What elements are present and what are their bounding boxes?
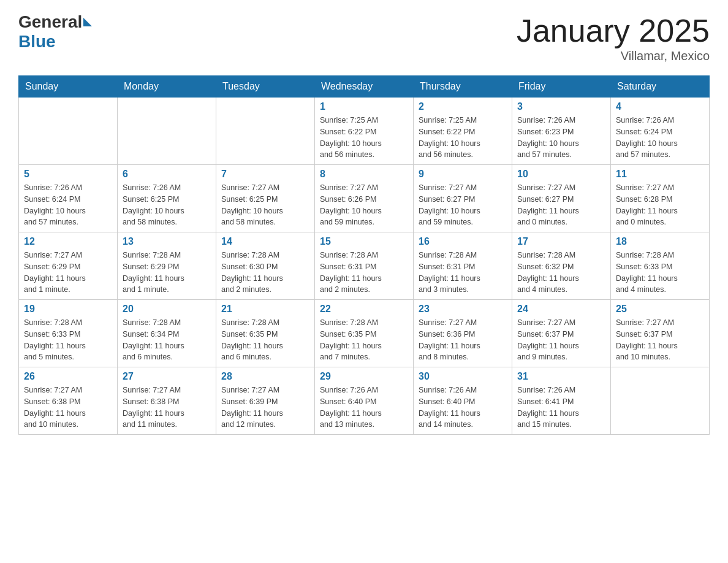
calendar-cell-w2-d6: 11Sunrise: 7:27 AMSunset: 6:28 PMDayligh… bbox=[611, 165, 710, 232]
day-detail: Sunrise: 7:27 AMSunset: 6:36 PMDaylight:… bbox=[419, 317, 507, 363]
calendar-cell-w1-d5: 3Sunrise: 7:26 AMSunset: 6:23 PMDaylight… bbox=[512, 98, 611, 165]
day-detail: Sunrise: 7:28 AMSunset: 6:33 PMDaylight:… bbox=[24, 317, 112, 363]
day-number: 5 bbox=[24, 169, 112, 180]
day-detail: Sunrise: 7:27 AMSunset: 6:29 PMDaylight:… bbox=[24, 250, 112, 296]
header-wednesday: Wednesday bbox=[315, 76, 414, 98]
header-monday: Monday bbox=[118, 76, 216, 98]
day-number: 3 bbox=[517, 101, 605, 112]
day-detail: Sunrise: 7:26 AMSunset: 6:24 PMDaylight:… bbox=[24, 182, 112, 228]
day-detail: Sunrise: 7:27 AMSunset: 6:27 PMDaylight:… bbox=[517, 182, 605, 228]
calendar-cell-w4-d2: 21Sunrise: 7:28 AMSunset: 6:35 PMDayligh… bbox=[216, 300, 315, 367]
calendar-cell-w2-d1: 6Sunrise: 7:26 AMSunset: 6:25 PMDaylight… bbox=[118, 165, 216, 232]
header-friday: Friday bbox=[512, 76, 611, 98]
day-number: 15 bbox=[320, 236, 408, 247]
week-row-4: 19Sunrise: 7:28 AMSunset: 6:33 PMDayligh… bbox=[19, 300, 710, 367]
day-number: 2 bbox=[419, 101, 507, 112]
day-detail: Sunrise: 7:26 AMSunset: 6:25 PMDaylight:… bbox=[123, 182, 211, 228]
day-number: 29 bbox=[320, 371, 408, 382]
calendar-cell-w3-d0: 12Sunrise: 7:27 AMSunset: 6:29 PMDayligh… bbox=[19, 232, 118, 300]
day-detail: Sunrise: 7:28 AMSunset: 6:31 PMDaylight:… bbox=[320, 250, 408, 296]
logo-general-text: General bbox=[18, 12, 82, 32]
calendar-cell-w4-d3: 22Sunrise: 7:28 AMSunset: 6:35 PMDayligh… bbox=[315, 300, 414, 367]
calendar-cell-w5-d0: 26Sunrise: 7:27 AMSunset: 6:38 PMDayligh… bbox=[19, 367, 118, 435]
calendar-cell-w5-d2: 28Sunrise: 7:27 AMSunset: 6:39 PMDayligh… bbox=[216, 367, 315, 435]
day-detail: Sunrise: 7:28 AMSunset: 6:34 PMDaylight:… bbox=[123, 317, 211, 363]
day-detail: Sunrise: 7:25 AMSunset: 6:22 PMDaylight:… bbox=[419, 115, 507, 161]
day-detail: Sunrise: 7:27 AMSunset: 6:25 PMDaylight:… bbox=[221, 182, 309, 228]
day-detail: Sunrise: 7:25 AMSunset: 6:22 PMDaylight:… bbox=[320, 115, 408, 161]
day-detail: Sunrise: 7:28 AMSunset: 6:35 PMDaylight:… bbox=[320, 317, 408, 363]
day-detail: Sunrise: 7:28 AMSunset: 6:31 PMDaylight:… bbox=[419, 250, 507, 296]
header-tuesday: Tuesday bbox=[216, 76, 315, 98]
calendar-cell-w3-d2: 14Sunrise: 7:28 AMSunset: 6:30 PMDayligh… bbox=[216, 232, 315, 300]
day-detail: Sunrise: 7:27 AMSunset: 6:38 PMDaylight:… bbox=[123, 385, 211, 431]
logo: General Blue bbox=[18, 12, 93, 52]
logo-triangle-icon bbox=[83, 18, 92, 26]
calendar-cell-w2-d0: 5Sunrise: 7:26 AMSunset: 6:24 PMDaylight… bbox=[19, 165, 118, 232]
calendar-cell-w4-d1: 20Sunrise: 7:28 AMSunset: 6:34 PMDayligh… bbox=[118, 300, 216, 367]
day-detail: Sunrise: 7:27 AMSunset: 6:38 PMDaylight:… bbox=[24, 385, 112, 431]
logo-blue-text: Blue bbox=[18, 32, 56, 51]
month-title: January 2025 bbox=[517, 12, 710, 49]
day-number: 7 bbox=[221, 169, 309, 180]
day-number: 25 bbox=[616, 304, 704, 315]
day-number: 21 bbox=[221, 304, 309, 315]
day-detail: Sunrise: 7:28 AMSunset: 6:30 PMDaylight:… bbox=[221, 250, 309, 296]
calendar-cell-w3-d3: 15Sunrise: 7:28 AMSunset: 6:31 PMDayligh… bbox=[315, 232, 414, 300]
day-number: 11 bbox=[616, 169, 704, 180]
day-number: 30 bbox=[419, 371, 507, 382]
day-number: 4 bbox=[616, 101, 704, 112]
day-detail: Sunrise: 7:26 AMSunset: 6:24 PMDaylight:… bbox=[616, 115, 704, 161]
day-number: 12 bbox=[24, 236, 112, 247]
title-section: January 2025 Villamar, Mexico bbox=[517, 12, 710, 63]
calendar-cell-w5-d4: 30Sunrise: 7:26 AMSunset: 6:40 PMDayligh… bbox=[414, 367, 512, 435]
day-detail: Sunrise: 7:26 AMSunset: 6:40 PMDaylight:… bbox=[320, 385, 408, 431]
day-detail: Sunrise: 7:27 AMSunset: 6:37 PMDaylight:… bbox=[517, 317, 605, 363]
day-number: 31 bbox=[517, 371, 605, 382]
day-detail: Sunrise: 7:28 AMSunset: 6:35 PMDaylight:… bbox=[221, 317, 309, 363]
calendar-cell-w3-d6: 18Sunrise: 7:28 AMSunset: 6:33 PMDayligh… bbox=[611, 232, 710, 300]
calendar-cell-w1-d4: 2Sunrise: 7:25 AMSunset: 6:22 PMDaylight… bbox=[414, 98, 512, 165]
calendar-cell-w5-d1: 27Sunrise: 7:27 AMSunset: 6:38 PMDayligh… bbox=[118, 367, 216, 435]
calendar-table: Sunday Monday Tuesday Wednesday Thursday… bbox=[18, 75, 710, 435]
day-detail: Sunrise: 7:27 AMSunset: 6:28 PMDaylight:… bbox=[616, 182, 704, 228]
calendar-cell-w4-d6: 25Sunrise: 7:27 AMSunset: 6:37 PMDayligh… bbox=[611, 300, 710, 367]
day-number: 20 bbox=[123, 304, 211, 315]
day-number: 22 bbox=[320, 304, 408, 315]
day-detail: Sunrise: 7:27 AMSunset: 6:37 PMDaylight:… bbox=[616, 317, 704, 363]
day-detail: Sunrise: 7:26 AMSunset: 6:40 PMDaylight:… bbox=[419, 385, 507, 431]
day-number: 6 bbox=[123, 169, 211, 180]
location-text: Villamar, Mexico bbox=[517, 49, 710, 63]
day-number: 14 bbox=[221, 236, 309, 247]
calendar-cell-w3-d1: 13Sunrise: 7:28 AMSunset: 6:29 PMDayligh… bbox=[118, 232, 216, 300]
day-number: 28 bbox=[221, 371, 309, 382]
week-row-3: 12Sunrise: 7:27 AMSunset: 6:29 PMDayligh… bbox=[19, 232, 710, 300]
calendar-cell-w3-d4: 16Sunrise: 7:28 AMSunset: 6:31 PMDayligh… bbox=[414, 232, 512, 300]
calendar-cell-w1-d0 bbox=[19, 98, 118, 165]
calendar-cell-w3-d5: 17Sunrise: 7:28 AMSunset: 6:32 PMDayligh… bbox=[512, 232, 611, 300]
day-number: 13 bbox=[123, 236, 211, 247]
page-header: General Blue January 2025 Villamar, Mexi… bbox=[18, 12, 710, 63]
day-number: 10 bbox=[517, 169, 605, 180]
day-detail: Sunrise: 7:26 AMSunset: 6:23 PMDaylight:… bbox=[517, 115, 605, 161]
calendar-cell-w5-d6 bbox=[611, 367, 710, 435]
calendar-cell-w5-d5: 31Sunrise: 7:26 AMSunset: 6:41 PMDayligh… bbox=[512, 367, 611, 435]
day-detail: Sunrise: 7:28 AMSunset: 6:33 PMDaylight:… bbox=[616, 250, 704, 296]
day-number: 16 bbox=[419, 236, 507, 247]
day-detail: Sunrise: 7:27 AMSunset: 6:27 PMDaylight:… bbox=[419, 182, 507, 228]
calendar-cell-w4-d5: 24Sunrise: 7:27 AMSunset: 6:37 PMDayligh… bbox=[512, 300, 611, 367]
day-number: 18 bbox=[616, 236, 704, 247]
calendar-cell-w2-d5: 10Sunrise: 7:27 AMSunset: 6:27 PMDayligh… bbox=[512, 165, 611, 232]
calendar-cell-w2-d4: 9Sunrise: 7:27 AMSunset: 6:27 PMDaylight… bbox=[414, 165, 512, 232]
header-saturday: Saturday bbox=[611, 76, 710, 98]
day-number: 24 bbox=[517, 304, 605, 315]
header-sunday: Sunday bbox=[19, 76, 118, 98]
week-row-5: 26Sunrise: 7:27 AMSunset: 6:38 PMDayligh… bbox=[19, 367, 710, 435]
calendar-cell-w2-d3: 8Sunrise: 7:27 AMSunset: 6:26 PMDaylight… bbox=[315, 165, 414, 232]
calendar-cell-w1-d6: 4Sunrise: 7:26 AMSunset: 6:24 PMDaylight… bbox=[611, 98, 710, 165]
day-number: 19 bbox=[24, 304, 112, 315]
day-detail: Sunrise: 7:28 AMSunset: 6:32 PMDaylight:… bbox=[517, 250, 605, 296]
calendar-cell-w4-d0: 19Sunrise: 7:28 AMSunset: 6:33 PMDayligh… bbox=[19, 300, 118, 367]
week-row-2: 5Sunrise: 7:26 AMSunset: 6:24 PMDaylight… bbox=[19, 165, 710, 232]
day-number: 27 bbox=[123, 371, 211, 382]
